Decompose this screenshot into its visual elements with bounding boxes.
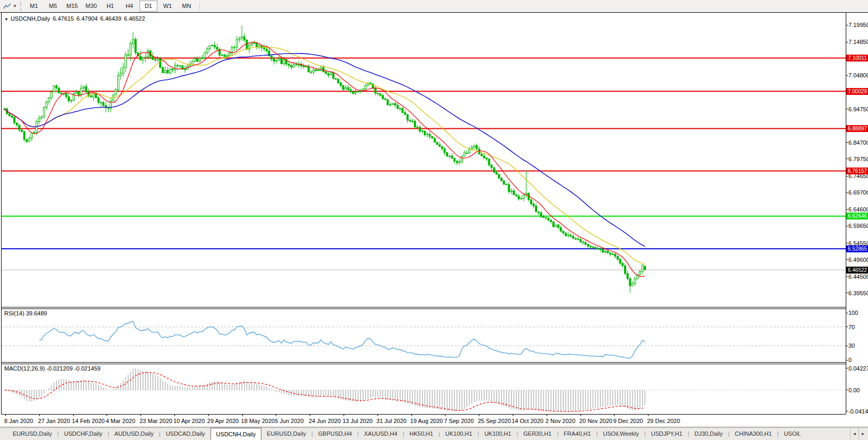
rsi-tick-label: 70 [848, 324, 855, 330]
date-tick-mark [513, 414, 513, 416]
axis-tick-mark [846, 327, 848, 327]
date-tick-label: 27 Jan 2020 [38, 418, 71, 424]
rsi-tick-label: 0 [848, 357, 852, 363]
bottom-tab-xauusd-h4[interactable]: XAUUSD,H4 [358, 428, 402, 440]
timeframe-button-m1[interactable]: M1 [25, 1, 43, 12]
bottom-tab-eurusd-daily[interactable]: EURUSD,Daily [7, 428, 57, 440]
price-tick-label: 7.04800 [848, 72, 868, 78]
axis-tick-mark [846, 176, 848, 177]
date-tick-mark [547, 414, 547, 416]
axis-tick-mark [846, 75, 848, 76]
bottom-tab-audusd-daily[interactable]: AUDUSD,Daily [109, 428, 159, 440]
rsi-tick-label: 30 [848, 342, 855, 349]
date-tick-mark [174, 414, 175, 416]
tab-scroll-right-icon[interactable]: ▸ [858, 428, 867, 439]
date-tick-label: 9 Dec 2020 [613, 418, 643, 424]
bottom-tab-usoil-[interactable]: USOil, [778, 428, 806, 440]
axis-tick-mark [846, 346, 848, 346]
bottom-tab-fra40-h1[interactable]: FRA40,H1 [558, 428, 596, 440]
timeframe-button-d1[interactable]: D1 [139, 1, 157, 12]
ohlc-open: 6.47615 [52, 15, 74, 22]
date-row-divider [0, 426, 868, 427]
price-tick-label: 6.39550 [848, 290, 868, 296]
chart-mode-icon[interactable] [2, 2, 13, 11]
tab-scroll-arrows: ◂ ▸ [850, 428, 867, 439]
date-tick-mark [411, 414, 412, 416]
bottom-tab-china300-h1[interactable]: CHINA300,H1 [730, 428, 777, 440]
axis-tick-mark [846, 109, 848, 109]
bottom-tab-uk100-h1[interactable]: UK100,H1 [440, 428, 478, 440]
timeframe-button-w1[interactable]: W1 [159, 1, 177, 12]
date-tick-mark [242, 414, 243, 416]
timeframe-button-h4[interactable]: H4 [120, 1, 138, 12]
main-rsi-separator-a[interactable] [1, 307, 846, 307]
level-price-label: 7.10011 [846, 55, 868, 61]
bottom-tab-usdcnh-daily[interactable]: USDCNH,Daily [211, 427, 262, 440]
toolbar-grip[interactable] [20, 2, 21, 11]
axis-tick-mark [846, 313, 848, 313]
timeframe-button-m5[interactable]: M5 [44, 1, 62, 12]
axis-tick-mark [846, 209, 848, 210]
level-price-label: 6.52865 [846, 245, 868, 252]
rsi-macd-separator-a[interactable] [1, 362, 846, 363]
date-tick-label: 25 Sep 2020 [478, 418, 511, 424]
axis-tick-mark [846, 243, 848, 243]
bottom-tab-usdjpy-h1[interactable]: USDJPY,H1 [646, 428, 688, 440]
price-tick-label: 6.94750 [848, 106, 868, 112]
axis-tick-mark [846, 293, 848, 293]
timeframe-buttons: M1M5M15M30H1H4D1W1MN [24, 1, 196, 12]
axis-tick-mark [846, 276, 848, 277]
date-tick-mark [581, 414, 581, 416]
date-tick-mark [5, 414, 6, 416]
date-tick-mark [344, 414, 344, 416]
date-tick-mark [614, 414, 615, 416]
price-tick-label: 7.19950 [848, 22, 868, 28]
bottom-tab-uk100-h1[interactable]: UK100,H1 [479, 428, 516, 440]
date-tick-mark [378, 414, 378, 416]
date-tick-label: 18 May 2020 [241, 418, 275, 424]
timeframe-button-mn[interactable]: MN [178, 1, 196, 12]
tabbar-left-pad [0, 428, 7, 440]
timeframe-button-m30[interactable]: M30 [82, 1, 100, 12]
chart-header: ▼USDCNH,Daily6.476156.479046.464396.4652… [4, 15, 148, 22]
axis-tick-mark [846, 259, 848, 260]
bottom-tab-usdcad-daily[interactable]: USDCAD,Daily [161, 428, 211, 440]
date-tick-mark [39, 414, 40, 416]
timeframe-button-h1[interactable]: H1 [101, 1, 119, 12]
price-tick-label: 6.64600 [848, 206, 868, 213]
candlestick-chart[interactable] [2, 25, 846, 307]
bottom-tab-gbpusd-h4[interactable]: GBPUSD,H4 [313, 428, 357, 440]
axis-tick-mark [846, 360, 848, 360]
timeframe-button-m15[interactable]: M15 [63, 1, 81, 12]
ohlc-close: 6.46522 [124, 15, 145, 22]
tab-scroll-left-icon[interactable]: ◂ [850, 428, 858, 439]
date-tick-label: 24 Jun 2020 [309, 418, 341, 424]
bottom-tab-dj30-daily[interactable]: DJ30,Daily [689, 428, 728, 440]
symbol-tab-bar: EURUSD,Daily|USDCHF,Daily|AUDUSD,Daily|U… [0, 427, 868, 440]
date-tick-mark [73, 414, 74, 416]
date-tick-label: 5 Jun 2020 [275, 418, 303, 424]
bottom-tab-ger30-h1[interactable]: GER30,H1 [518, 428, 557, 440]
rsi-chart[interactable] [2, 309, 846, 361]
bottom-tab-eurusd-daily[interactable]: EURUSD,Daily [261, 428, 311, 440]
date-tick-label: 8 Jan 2020 [4, 418, 33, 424]
symbol-dropdown-icon[interactable]: ▼ [4, 17, 8, 22]
macd-tick-label: 0.00 [848, 387, 860, 393]
date-tick-mark [479, 414, 479, 416]
axis-tick-mark [846, 159, 848, 159]
macd-chart[interactable] [2, 364, 846, 414]
axis-tick-mark [846, 411, 848, 411]
ohlc-high: 6.47904 [76, 15, 98, 22]
ohlc-low: 6.46439 [100, 15, 121, 22]
bottom-tab-hk50-h1[interactable]: HK50,H1 [404, 428, 439, 440]
level-price-label: 7.00029 [846, 88, 868, 95]
bottom-tab-usoil-weekly[interactable]: USOil,Weekly [598, 428, 644, 440]
macd-tick-label: -0.04148 [848, 408, 868, 415]
toolbar-separator [199, 2, 200, 11]
rsi-tick-label: 100 [848, 310, 858, 316]
axis-tick-mark [846, 25, 848, 25]
chevron-down-icon[interactable]: ▼ [13, 4, 17, 8]
bottom-tab-usdchf-daily[interactable]: USDCHF,Daily [59, 428, 108, 440]
chart-window[interactable]: ▼USDCNH,Daily6.476156.479046.464396.4652… [0, 12, 868, 427]
date-tick-label: 14 Oct 2020 [512, 418, 543, 424]
